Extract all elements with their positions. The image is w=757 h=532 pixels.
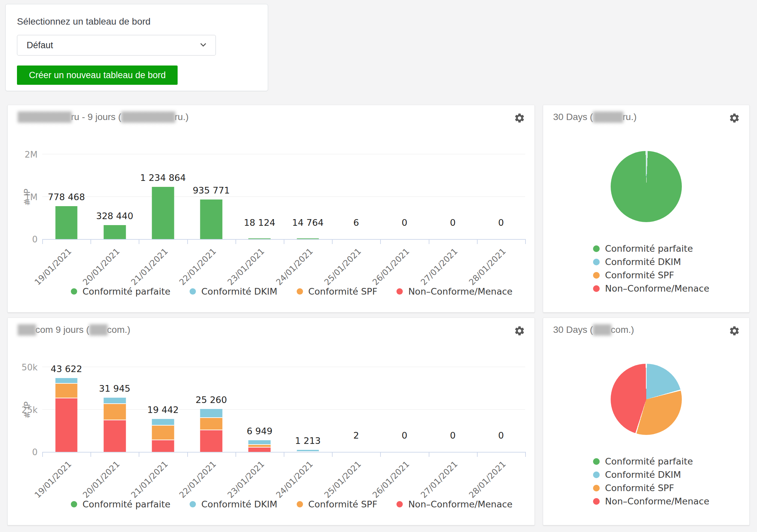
y-axis-tick-label: 0 [32,234,38,244]
x-axis-tick [90,239,91,244]
legend-label: Conformité DKIM [605,257,681,267]
bar-stack [55,206,77,239]
x-axis-tick [139,452,139,457]
bar-segment [152,419,174,426]
bar-chart-ru: 778 46819/01/2021328 44020/01/20211 234 … [8,105,534,312]
create-dashboard-button[interactable]: Créer un nouveau tableau de bord [17,66,178,85]
legend-dot-icon [593,285,600,292]
legend-item[interactable]: Conformité SPF [593,270,709,280]
bar-stack [200,409,223,452]
bar-stack [55,378,77,452]
bar-segment [200,200,223,239]
pie-chart-ru: Conformité parfaiteConformité DKIMConfor… [543,105,749,312]
bar-segment [152,440,174,452]
bar-segment [297,450,319,452]
legend-item[interactable]: Non–Conforme/Menace [396,499,513,509]
legend-item[interactable]: Conformité SPF [593,483,709,493]
dashboard-selector-card: Sélectionnez un tableau de bord Défaut C… [5,4,268,91]
legend-item[interactable]: Conformité parfaite [71,499,170,509]
pie-graphic [611,364,682,435]
bar-plot-area: 43 62219/01/202131 94520/01/202119 44221… [42,368,525,453]
bar-column: 026/01/2021 [380,155,428,239]
bar-value-label: 6 949 [247,426,272,436]
bar-value-label: 25 260 [196,395,227,405]
pie-chart-com: Conformité parfaiteConformité DKIMConfor… [543,318,749,525]
y-axis-tick-label: 0 [32,447,38,457]
x-axis-tick [525,239,526,244]
bar-value-label: 1 234 864 [140,173,186,183]
bar-value-label: 0 [498,217,504,228]
bar-column: 027/01/2021 [429,368,477,452]
legend-item[interactable]: Conformité parfaite [71,286,170,297]
bar-column: 43 62219/01/2021 [42,368,90,452]
legend-item[interactable]: Conformité DKIM [190,499,277,509]
legend-item[interactable]: Conformité DKIM [593,257,709,267]
x-axis-date-label: 22/01/2021 [177,246,218,287]
legend-label: Non–Conforme/Menace [605,283,709,294]
x-axis-date-label: 19/01/2021 [33,246,73,287]
legend-item[interactable]: Non–Conforme/Menace [593,283,709,294]
bar-column: 225/01/2021 [332,368,380,452]
bar-value-label: 0 [498,430,504,441]
legend-dot-icon [593,485,600,491]
chevron-down-icon [199,40,208,50]
chart-legend: Conformité parfaiteConformité DKIMConfor… [71,286,513,297]
bar-stack [248,440,271,452]
legend-item[interactable]: Conformité parfaite [593,243,709,254]
bar-value-label: 0 [401,430,407,441]
legend-item[interactable]: Conformité DKIM [593,469,709,480]
y-axis-tick-label: 50k [22,362,38,372]
bar-column: 1 234 86421/01/2021 [139,155,187,239]
bar-column: 028/01/2021 [477,155,525,239]
bar-cells: 43 62219/01/202131 94520/01/202119 44221… [42,368,525,452]
bar-segment [200,430,223,452]
bar-stack [248,238,271,239]
legend-dot-icon [396,288,403,295]
legend-label: Conformité parfaite [82,499,170,509]
chart-legend: Conformité parfaiteConformité DKIMConfor… [71,499,513,509]
bar-value-label: 31 945 [99,383,130,394]
legend-dot-icon [396,501,403,507]
legend-dot-icon [593,458,600,465]
legend-item[interactable]: Conformité parfaite [593,456,709,466]
bar-value-label: 18 124 [244,217,275,228]
chart-legend: Conformité parfaiteConformité DKIMConfor… [593,456,709,506]
bar-column: 31 94520/01/2021 [90,368,139,452]
legend-item[interactable]: Conformité DKIM [190,286,277,297]
bar-value-label: 0 [450,217,456,228]
bar-segment [103,404,126,420]
legend-item[interactable]: Non–Conforme/Menace [593,496,709,506]
x-axis-date-label: 25/01/2021 [322,246,363,287]
legend-dot-icon [190,288,196,295]
bar-column: 625/01/2021 [332,155,380,239]
x-axis-date-label: 27/01/2021 [419,459,459,500]
bar-value-label: 19 442 [147,405,179,415]
bar-segment [297,238,319,239]
x-axis-date-label: 27/01/2021 [419,246,459,287]
x-axis-tick [235,239,236,244]
bar-segment [103,225,126,239]
legend-dot-icon [71,501,77,507]
legend-dot-icon [297,501,303,507]
bar-stack [297,238,319,239]
chart-legend: Conformité parfaiteConformité DKIMConfor… [593,243,709,294]
x-axis-date-label: 20/01/2021 [81,459,121,500]
legend-label: Conformité parfaite [605,456,693,466]
legend-item[interactable]: Conformité SPF [297,286,378,297]
legend-item[interactable]: Non–Conforme/Menace [396,286,513,297]
legend-item[interactable]: Conformité SPF [297,499,378,509]
bar-segment [152,187,174,239]
bar-stack [200,200,223,239]
x-axis-tick [525,452,526,457]
x-axis-tick [429,452,429,457]
x-axis-tick [477,452,478,457]
x-axis-tick [380,452,381,457]
bar-column: 028/01/2021 [477,368,525,452]
bar-value-label: 0 [450,430,456,441]
dashboard-select[interactable]: Défaut [17,35,216,56]
x-axis-date-label: 21/01/2021 [129,246,170,287]
x-axis-date-label: 28/01/2021 [467,246,508,287]
bar-value-label: 778 468 [48,192,85,202]
legend-label: Conformité parfaite [82,286,170,297]
legend-dot-icon [297,288,303,295]
